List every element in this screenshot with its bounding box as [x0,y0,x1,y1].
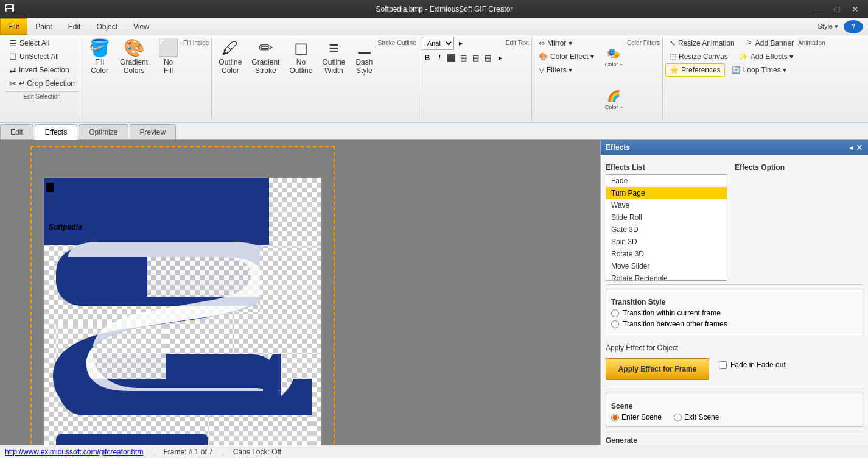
menu-item-object[interactable]: Object [88,18,125,35]
effect-move-slider[interactable]: Move Slider [606,260,727,272]
fill-color-button[interactable]: 🪣 Fill Color [85,37,114,78]
enter-scene-radio[interactable] [611,414,619,421]
gradient-colors-button[interactable]: 🎨 Gradient Colors [116,37,152,78]
resize-canvas-icon: ⬚ [670,52,676,61]
invert-selection-button[interactable]: ⇄ Invert Selection [5,63,74,77]
tab-preview[interactable]: Preview [130,124,177,139]
edit-selection-label: Edit Selection [5,91,79,100]
effect-wave[interactable]: Wave [606,199,727,211]
invert-icon: ⇄ [9,65,16,75]
fade-in-fade-out-checkbox[interactable] [719,361,727,369]
stroke-outline-label: Stroke Outline [377,38,416,121]
animation-label: Animation [798,38,825,121]
effect-fade[interactable]: Fade [606,175,727,187]
fill-inside-label: Fill Inside [183,38,209,121]
effect-rotate-rectangle[interactable]: Rotate Rectangle [606,272,727,281]
canvas-area[interactable]: Softpedia [0,140,600,445]
filters-button[interactable]: ▽ Filters ▾ [534,63,576,77]
effect-spin-3d[interactable]: Spin 3D [606,236,727,248]
transition-within-radio[interactable] [611,309,619,317]
tab-edit[interactable]: Edit [0,124,33,139]
mirror-button[interactable]: ⇔ Mirror ▾ [534,37,576,50]
transition-option-1-row: Transition within current frame [611,309,858,317]
no-outline-button[interactable]: ◻ No Outline [285,37,317,78]
no-fill-button[interactable]: ⬜ No Fill [153,37,183,78]
loop-times-button[interactable]: 🔄 Loop Times ▾ [727,63,791,77]
menu-bar: File Paint Edit Object View Style ▾ ? [0,18,868,35]
ribbon: ☰ Select All ☐ UnSelect All ⇄ Invert Sel… [0,35,868,123]
effect-turn-page[interactable]: Turn Page [606,187,727,199]
text-more-button[interactable]: ▸ [495,52,506,63]
menu-item-view[interactable]: View [125,18,157,35]
crop-selection-button[interactable]: ✂ ↵ Crop Selection [5,77,79,90]
resize-canvas-button[interactable]: ⬚ Resize Canvas [665,50,732,63]
scene-radios: Enter Scene Exit Scene [611,413,858,421]
color-button-2[interactable]: 🌈 Color ~ [601,79,627,121]
maximize-button[interactable]: □ [829,3,845,15]
exit-scene-row: Exit Scene [674,413,719,421]
minimize-button[interactable]: — [811,3,827,15]
tab-optimize[interactable]: Optimize [79,124,128,139]
svg-rect-14 [208,415,312,445]
align-right-button[interactable]: ▤ [471,52,481,63]
effects-panel: Effects ◂ ✕ Effects List Fade Turn Page … [600,140,868,445]
add-effects-button[interactable]: ✨ Add Effects ▾ [735,50,797,63]
separator-1 [606,284,863,285]
bold-button[interactable]: B [422,52,433,63]
color-effect-button[interactable]: 🎨 Color Effect ▾ [534,50,598,63]
select-all-button[interactable]: ☰ Select All [5,37,54,50]
expand-text-btn[interactable]: ▸ [455,38,466,49]
preferences-button[interactable]: ⭐ Preferences [665,63,725,77]
effects-list[interactable]: Fade Turn Page Wave Slide Roll Gate 3D S… [606,174,727,281]
align-left-button[interactable]: ⬛ [446,52,457,63]
main-content: Softpedia [0,140,868,445]
scene-title: Scene [611,402,858,410]
add-banner-icon: 🏳 [746,39,753,48]
font-name-select[interactable]: Arial [422,37,454,50]
close-button[interactable]: ✕ [847,3,863,15]
caps-lock-status: Caps Lock: Off [233,448,281,456]
panel-close-button[interactable]: ✕ [856,143,863,152]
resize-animation-icon: ⤡ [670,39,676,48]
add-banner-button[interactable]: 🏳 Add Banner [741,37,798,50]
generate-section: Generate Frames Count: ▲ ▼ [606,436,863,445]
mirror-icon: ⇔ [539,39,545,48]
resize-animation-button[interactable]: ⤡ Resize Animation [665,37,739,50]
loop-times-icon: 🔄 [732,66,741,74]
menu-item-edit[interactable]: Edit [60,18,89,35]
dash-style-icon: ⚊ [357,40,372,57]
tab-effects[interactable]: Effects [35,124,77,140]
gradient-colors-icon: 🎨 [124,40,145,57]
no-outline-icon: ◻ [294,40,308,57]
apply-effect-frame-button[interactable]: Apply Effect for Frame [606,358,709,380]
effect-rotate-3d[interactable]: Rotate 3D [606,248,727,260]
exit-scene-radio[interactable] [674,414,682,421]
status-link[interactable]: http://www.eximioussoft.com/gifcreator.h… [5,448,143,456]
menu-item-paint[interactable]: Paint [27,18,60,35]
transition-between-radio[interactable] [611,320,619,328]
outline-width-button[interactable]: ≡ Outline Width [318,37,349,78]
italic-button[interactable]: I [434,52,445,63]
dash-style-button[interactable]: ⚊ Dash Style [351,37,377,78]
status-separator-1 [153,448,153,456]
align-center-button[interactable]: ▤ [458,52,469,63]
unselect-all-button[interactable]: ☐ UnSelect All [5,50,63,63]
effects-panel-title: Effects [606,143,630,152]
menu-item-file[interactable]: File [0,18,27,35]
effect-gate-3d[interactable]: Gate 3D [606,224,727,236]
ribbon-group-text: Arial ▸ B I ⬛ ▤ ▤ ▤ ▸ Edit Text [419,37,532,121]
effects-option-col: Effects Option [735,160,863,174]
transition-style-title: Transition Style [611,298,858,306]
effects-option-title: Effects Option [735,163,863,172]
help-icon-button[interactable]: ? [844,20,863,33]
align-justify-button[interactable]: ▤ [483,52,494,63]
style-button[interactable]: Style ▾ [812,20,844,33]
panel-float-button[interactable]: ◂ [849,143,853,152]
effect-slide-roll[interactable]: Slide Roll [606,211,727,224]
ribbon-group-animation: ⤡ Resize Animation 🏳 Add Banner ⬚ Resize… [663,37,828,121]
frame-info: Frame: # 1 of 7 [163,448,212,456]
color-button-1[interactable]: 🎭 Color ~ [601,37,627,78]
gradient-stroke-button[interactable]: ✏ Gradient Stroke [247,37,284,78]
ribbon-group-color-filters: ⇔ Mirror ▾ 🎨 Color Effect ▾ ▽ Filters ▾ … [532,37,663,121]
outline-color-button[interactable]: 🖊 Outline Color [214,37,246,78]
